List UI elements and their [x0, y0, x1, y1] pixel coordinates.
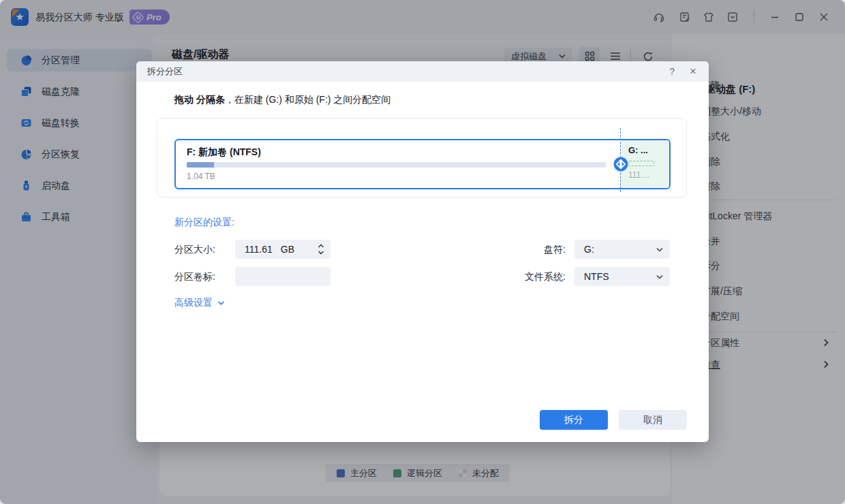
drive-letter-select[interactable]: G: [574, 240, 670, 259]
advanced-settings-link[interactable]: 高级设置 [174, 297, 225, 309]
size-stepper[interactable] [317, 242, 325, 256]
drive-letter-label: 盘符: [491, 240, 566, 259]
chevron-down-icon [217, 300, 225, 306]
size-label: 分区大小: [174, 240, 215, 259]
app-window: ★ 易我分区大师 专业版 U Pro [0, 0, 845, 504]
drive-letter-value: G: [584, 244, 594, 255]
partition-g-label: G: ... [628, 145, 648, 155]
partition-size-value: 111.61 [245, 244, 273, 255]
partition-f-size: 1.04 TB [187, 172, 215, 181]
partition-g-size: 111.... [628, 170, 650, 180]
volume-label-input[interactable] [235, 267, 331, 286]
partition-f-label: F: 新加卷 (NTFS) [187, 146, 261, 159]
file-system-select[interactable]: NTFS [574, 267, 670, 286]
dialog-instruction: 拖动 分隔条，在新建 (G:) 和原始 (F:) 之间分配空间 [174, 94, 390, 106]
dialog-header: 拆分分区 ? × [136, 61, 709, 82]
cancel-button[interactable]: 取消 [619, 410, 687, 430]
partition-size-input[interactable]: 111.61 GB [235, 240, 331, 259]
partition-f-usage-track [187, 162, 606, 168]
chevron-down-icon [656, 274, 663, 279]
help-button[interactable]: ? [669, 61, 675, 82]
file-system-label: 文件系统: [491, 267, 566, 286]
split-drag-handle[interactable] [613, 157, 628, 172]
dialog-title: 拆分分区 [147, 61, 183, 82]
partition-f-usage-fill [187, 162, 214, 168]
split-confirm-button[interactable]: 拆分 [540, 410, 608, 430]
chevron-down-icon [656, 247, 663, 252]
partition-size-unit: GB [281, 244, 294, 255]
volume-label-label: 分区卷标: [174, 267, 215, 286]
partition-preview-box: F: 新加卷 (NTFS) 1.04 TB G: ... 111.... [157, 118, 687, 198]
split-partition-dialog: 拆分分区 ? × 拖动 分隔条，在新建 (G:) 和原始 (F:) 之间分配空间… [136, 61, 709, 442]
dialog-close-button[interactable]: × [690, 61, 696, 82]
file-system-value: NTFS [584, 271, 609, 282]
partition-bar: F: 新加卷 (NTFS) 1.04 TB G: ... 111.... [174, 139, 671, 189]
partition-g-dashed-box [628, 161, 654, 166]
new-partition-settings-title: 新分区的设置: [174, 217, 234, 229]
